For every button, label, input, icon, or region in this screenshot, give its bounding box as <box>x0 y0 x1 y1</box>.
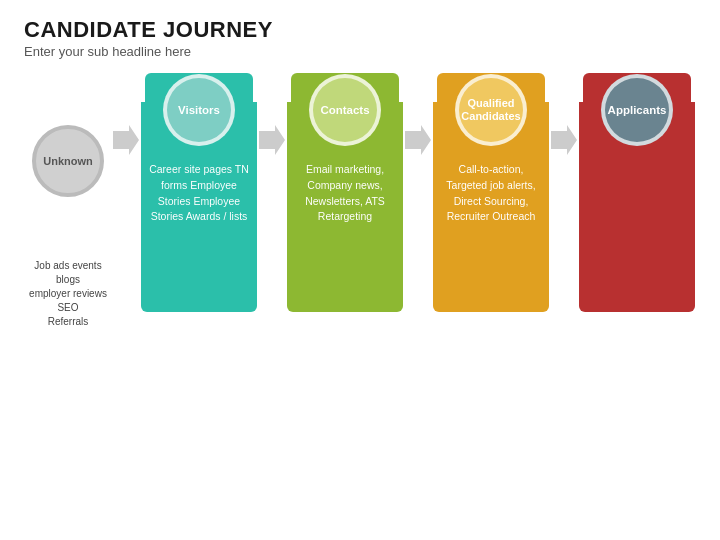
stage-attract: Attract Visitors Career site pages TN fo… <box>139 73 259 312</box>
arrow-4 <box>551 125 577 155</box>
circle-wrap-nurture: Qualified Candidates <box>455 74 527 146</box>
circle-engage: Contacts <box>309 74 381 146</box>
arrow-3 <box>405 125 431 155</box>
svg-marker-2 <box>405 125 431 155</box>
desc-attract: Career site pages TN forms Employee Stor… <box>149 162 249 225</box>
desc-nurture: Call-to-action, Targeted job alerts, Dir… <box>441 162 541 225</box>
arrow-2 <box>259 125 285 155</box>
svg-marker-1 <box>259 125 285 155</box>
card-engage: Contacts Email marketing, Company news, … <box>287 102 403 312</box>
stage-convert: Convert Applicants <box>577 73 697 312</box>
circle-wrap-convert: Applicants <box>601 74 673 146</box>
stage-engage: Engage Contacts Email marketing, Company… <box>285 73 405 312</box>
card-attract: Visitors Career site pages TN forms Empl… <box>141 102 257 312</box>
page: CANDIDATE JOURNEY Enter your sub headlin… <box>0 0 720 540</box>
arrow-1 <box>113 125 139 155</box>
card-convert: Applicants <box>579 102 695 312</box>
circle-nurture: Qualified Candidates <box>455 74 527 146</box>
circle-attract: Visitors <box>163 74 235 146</box>
page-subtitle: Enter your sub headline here <box>24 44 696 59</box>
circle-convert: Applicants <box>601 74 673 146</box>
circle-unknown: Unknown <box>32 125 104 197</box>
circle-wrap-engage: Contacts <box>309 74 381 146</box>
svg-marker-3 <box>551 125 577 155</box>
circle-wrap-attract: Visitors <box>163 74 235 146</box>
svg-marker-0 <box>113 125 139 155</box>
funnel-container: Unknown Job ads events blogs employer re… <box>24 73 696 329</box>
page-title: CANDIDATE JOURNEY <box>24 18 696 42</box>
stage-unknown: Unknown Job ads events blogs employer re… <box>23 125 113 329</box>
card-nurture: Qualified Candidates Call-to-action, Tar… <box>433 102 549 312</box>
desc-engage: Email marketing, Company news, Newslette… <box>295 162 395 225</box>
stage-nurture: Nurture Qualified Candidates Call-to-act… <box>431 73 551 312</box>
desc-unknown: Job ads events blogs employer reviews SE… <box>23 259 113 329</box>
